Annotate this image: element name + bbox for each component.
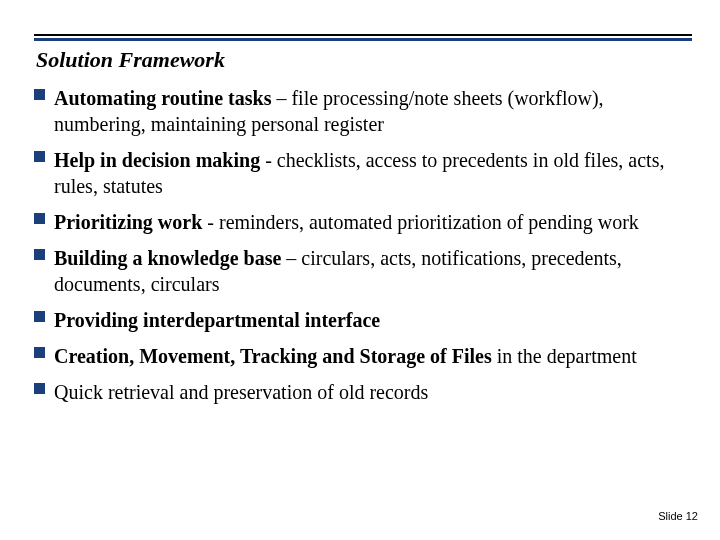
bullet-lead: Help in decision making [54,149,260,171]
list-item: Prioritizing work - reminders, automated… [34,209,692,235]
slide: Solution Framework Automating routine ta… [0,0,720,540]
bullet-list: Automating routine tasks – file processi… [34,85,692,405]
rule-top [34,34,692,36]
bullet-lead: Creation, Movement, Tracking and Storage… [54,345,492,367]
bullet-rest: in the department [492,345,637,367]
list-item: Help in decision making - checklists, ac… [34,147,692,199]
bullet-lead: Building a knowledge base [54,247,281,269]
bullet-rest: Quick retrieval and preservation of old … [54,381,428,403]
bullet-lead: Automating routine tasks [54,87,271,109]
list-item: Quick retrieval and preservation of old … [34,379,692,405]
slide-number: Slide 12 [658,510,698,522]
bullet-lead: Providing interdepartmental interface [54,309,380,331]
list-item: Creation, Movement, Tracking and Storage… [34,343,692,369]
slide-title: Solution Framework [36,47,692,73]
list-item: Automating routine tasks – file processi… [34,85,692,137]
rule-accent [34,38,692,41]
bullet-lead: Prioritizing work [54,211,202,233]
list-item: Providing interdepartmental interface [34,307,692,333]
list-item: Building a knowledge base – circulars, a… [34,245,692,297]
bullet-rest: - reminders, automated prioritization of… [202,211,639,233]
